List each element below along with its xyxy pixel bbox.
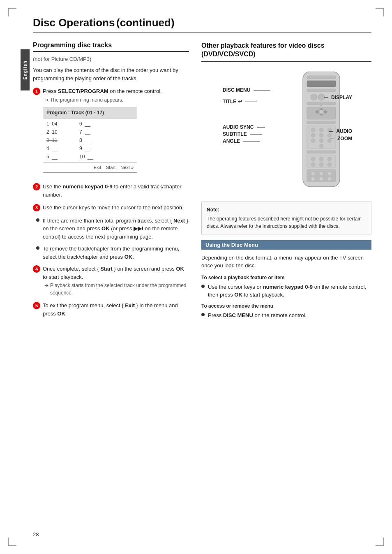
svg-point-32: [319, 162, 323, 167]
angle-label-text: ANGLE: [223, 138, 240, 144]
step-4-arrow-text: Playback starts from the selected track …: [50, 282, 189, 297]
audio-label: AUDIO: [329, 128, 352, 134]
title-label-text: TITLE ↩: [223, 99, 242, 104]
right-section-title: Other playback features for video discs …: [201, 42, 325, 58]
step-4: 4 Once complete, select { Start } on the…: [33, 265, 189, 297]
program-table: Program : Track (01 - 17) 1 04 2 10 3 11…: [43, 107, 137, 173]
svg-point-20: [319, 133, 323, 137]
subtitle-label-text: SUBTITLE: [223, 131, 247, 137]
right-column: Other playback features for video discs …: [201, 42, 371, 323]
title-label: TITLE ↩: [223, 99, 257, 104]
disc-menu-line: [254, 90, 270, 90]
page-title-area: Disc Operations (continued): [33, 16, 371, 33]
prog-row-8: 8 __: [79, 137, 104, 144]
program-table-footer: Exit Start Next »: [43, 162, 137, 173]
prog-row-5: 5 __: [46, 153, 71, 160]
note-text: The operating features described here mi…: [207, 216, 362, 229]
svg-point-33: [327, 162, 332, 167]
prog-row-9: 9 __: [79, 145, 104, 152]
bullet-ten-tracks: If there are more than ten total program…: [36, 217, 189, 241]
svg-rect-1: [307, 76, 336, 79]
bullet-remove-track: To remove the track/chapter from the pro…: [36, 245, 189, 261]
step-4-num: 4: [33, 265, 40, 273]
step-1-bold: SELECT/PROGRAM: [58, 88, 108, 94]
svg-point-22: [311, 139, 315, 143]
note-title: Note:: [207, 206, 366, 213]
remote-diagram: DISC MENU TITLE ↩ DISPLAY AUDIO SYNC: [223, 67, 350, 195]
ok-bold-2: OK: [125, 254, 133, 260]
access-menu-content: Press DISC MENU on the remote control.: [208, 311, 371, 320]
left-section-header: Programming disc tracks: [33, 42, 189, 52]
svg-point-4: [311, 94, 317, 100]
step-2-bold: numeric keypad 0-9: [62, 183, 112, 190]
arrow-icon: ➔: [44, 96, 48, 104]
footer-next: Next »: [120, 164, 134, 171]
svg-rect-3: [307, 89, 336, 92]
step-3-content: Use the cursor keys to move the cursor t…: [43, 204, 189, 212]
numeric-bold: numeric keypad 0-9: [263, 284, 313, 290]
zoom-label: ZOOM: [330, 136, 352, 141]
select-feature-content: Use the cursor keys or numeric keypad 0-…: [208, 283, 371, 299]
step-1-num: 1: [33, 88, 40, 95]
display-line: [324, 97, 328, 98]
bullet-remove-content: To remove the track/chapter from the pro…: [43, 245, 189, 261]
audio-sync-label: AUDIO SYNC: [223, 124, 265, 130]
bullet-dot-access: [201, 313, 205, 316]
svg-rect-26: [307, 151, 336, 153]
svg-point-25: [319, 144, 323, 148]
title-line: [245, 102, 257, 102]
prog-row-7: 7 __: [79, 128, 104, 136]
prog-row-2: 2 10: [46, 128, 71, 136]
arrow-icon-2: ➔: [44, 282, 48, 289]
svg-point-19: [311, 133, 315, 137]
select-feature-title: To select a playback feature or item: [201, 275, 371, 280]
bullet-dot-2: [36, 246, 39, 250]
step-1: 1 Press SELECT/PROGRAM on the remote con…: [33, 87, 189, 178]
audio-line: [329, 131, 333, 132]
access-menu-title: To access or remove the menu: [201, 303, 371, 309]
step-3: 3 Use the cursor keys to move the cursor…: [33, 204, 189, 212]
left-column: Programming disc tracks (not for Picture…: [33, 42, 189, 323]
subtitle-line: [250, 134, 262, 134]
next-bold: Next: [173, 218, 185, 224]
program-col-2: 6 __ 7 __ 8 __ 9 __ 10 __: [79, 120, 104, 160]
angle-line: [243, 141, 260, 141]
program-table-body: 1 04 2 10 3 11 4 __ 5 __ 6 __ 7 __ 8 __: [43, 118, 137, 162]
step-1-content: Press SELECT/PROGRAM on the remote contr…: [43, 87, 189, 178]
audio-sync-label-text: AUDIO SYNC: [223, 124, 254, 130]
step-4-arrow: ➔ Playback starts from the selected trac…: [44, 282, 189, 297]
prog-row-3: 3 11: [46, 137, 71, 144]
select-feature-bullet: Use the cursor keys or numeric keypad 0-…: [201, 283, 371, 299]
prog-row-1: 1 04: [46, 120, 71, 127]
zoom-label-text: ZOOM: [337, 136, 352, 141]
svg-point-36: [319, 172, 323, 176]
svg-rect-2: [307, 81, 336, 87]
step-2: 2 Use the numeric keypad 0-9 to enter a …: [33, 183, 189, 199]
zoom-line: [330, 139, 334, 139]
subtitle-label: SUBTITLE: [223, 131, 262, 137]
disc-menu-intro: Depending on the disc format, a menu may…: [201, 254, 371, 270]
step-3-num: 3: [33, 204, 40, 211]
two-column-layout: Programming disc tracks (not for Picture…: [33, 42, 371, 323]
program-table-header: Program : Track (01 - 17): [43, 107, 137, 118]
step-5-content: To exit the program menu, select { Exit …: [43, 301, 189, 318]
page-continued: (continued): [116, 16, 175, 29]
svg-point-29: [319, 157, 323, 161]
svg-point-40: [327, 177, 332, 181]
step-2-num: 2: [33, 183, 40, 190]
display-label-text: DISPLAY: [331, 95, 352, 100]
svg-point-5: [318, 94, 325, 100]
step-4-content: Once complete, select { Start } on the s…: [43, 265, 189, 297]
disc-menu-label-text: DISC MENU: [223, 87, 250, 93]
bullet-dot-select: [201, 285, 205, 288]
skip-bold: ▶▶I: [134, 225, 143, 232]
exit-bold: Exit: [125, 302, 135, 308]
footer-start: Start: [106, 164, 115, 171]
step-1-arrow-text: The programming menu appears.: [50, 96, 123, 104]
svg-point-23: [319, 139, 323, 143]
note-box: Note: The operating features described h…: [201, 202, 371, 234]
step-5-num: 5: [33, 302, 40, 309]
audio-sync-line: [257, 127, 265, 127]
disc-menu-section-header: Using the Disc Menu: [201, 240, 371, 250]
svg-point-37: [327, 172, 332, 176]
